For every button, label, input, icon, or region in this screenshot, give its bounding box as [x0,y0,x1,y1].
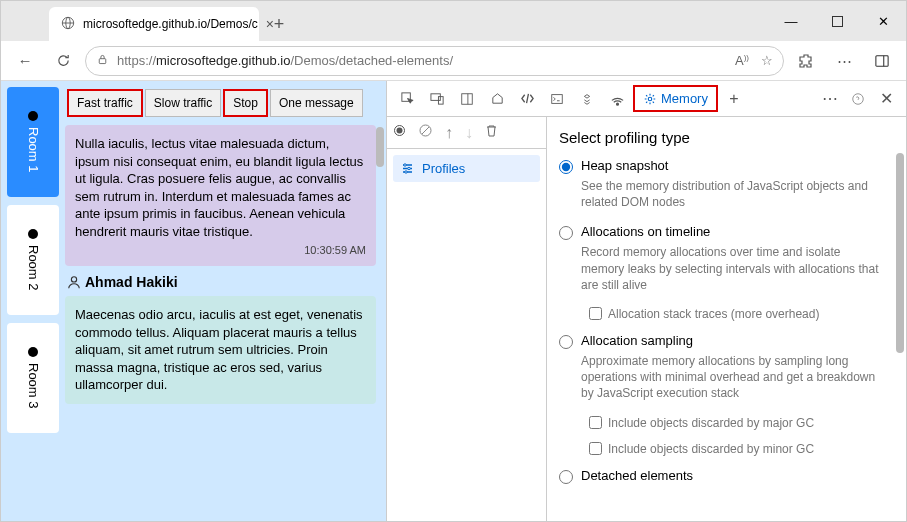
memory-tab[interactable]: Memory [633,85,718,112]
profiling-heading: Select profiling type [559,129,886,146]
svg-line-20 [422,127,429,134]
record-icon[interactable] [393,124,407,142]
new-tab-button[interactable]: + [265,10,293,38]
minor-gc-checkbox[interactable]: Include objects discarded by minor GC [589,442,886,456]
menu-icon[interactable]: ⋯ [828,45,860,77]
minimize-button[interactable]: — [768,1,814,41]
chat-panel: Fast traffic Slow traffic Stop One messa… [65,81,386,521]
detached-elements-radio[interactable] [559,470,573,484]
room-2[interactable]: Room 2 [7,205,59,315]
svg-point-15 [648,97,652,101]
profiles-sidebar: ↑ ↓ Profiles [387,117,547,521]
tab-title: microsoftedge.github.io/Demos/c [83,17,258,31]
message: Maecenas odio arcu, iaculis at est eget,… [65,296,376,404]
heap-snapshot-radio[interactable] [559,160,573,174]
maximize-button[interactable] [814,1,860,41]
slow-traffic-button[interactable]: Slow traffic [145,89,221,117]
message: Nulla iaculis, lectus vitae malesuada di… [65,125,376,266]
allocations-timeline-option[interactable]: Allocations on timeline [559,224,886,240]
svg-point-18 [397,127,403,133]
device-icon[interactable] [423,85,451,113]
back-button[interactable]: ← [9,45,41,77]
svg-point-21 [404,164,406,166]
elements-icon[interactable] [513,85,541,113]
stack-traces-checkbox[interactable]: Allocation stack traces (more overhead) [589,307,886,321]
room-1[interactable]: Room 1 [7,87,59,197]
allocation-sampling-option[interactable]: Allocation sampling [559,333,886,349]
scrollbar[interactable] [376,117,384,517]
trash-icon[interactable] [485,124,499,142]
browser-tab[interactable]: microsoftedge.github.io/Demos/c × [49,7,259,41]
svg-rect-3 [832,16,842,26]
address-bar[interactable]: https://microsoftedge.github.io/Demos/de… [85,46,784,76]
more-icon[interactable]: ⋯ [816,85,844,113]
navbar: ← https://microsoftedge.github.io/Demos/… [1,41,906,81]
profiling-options: Select profiling type Heap snapshot See … [547,117,906,521]
more-tabs-icon[interactable]: + [720,85,748,113]
devtools-scrollbar[interactable] [896,153,904,517]
fast-traffic-button[interactable]: Fast traffic [67,89,143,117]
traffic-buttons: Fast traffic Slow traffic Stop One messa… [65,87,380,119]
chat-messages[interactable]: Nulla iaculis, lectus vitae malesuada di… [65,119,380,521]
svg-rect-13 [552,94,563,103]
read-aloud-icon[interactable]: A)) [735,53,749,68]
clear-icon[interactable] [419,124,433,142]
globe-icon [61,16,75,33]
svg-point-7 [71,277,76,282]
extensions-icon[interactable] [790,45,822,77]
svg-rect-11 [462,93,473,104]
close-button[interactable]: ✕ [860,1,906,41]
sources-icon[interactable] [573,85,601,113]
favorite-icon[interactable]: ☆ [761,53,773,68]
console-icon[interactable] [543,85,571,113]
rooms-sidebar: Room 1 Room 2 Room 3 [1,81,65,521]
titlebar: microsoftedge.github.io/Demos/c × + — ✕ [1,1,906,41]
svg-point-23 [405,171,407,173]
help-icon[interactable] [844,85,872,113]
room-3[interactable]: Room 3 [7,323,59,433]
svg-rect-5 [876,55,888,66]
window-controls: — ✕ [768,1,906,41]
svg-rect-4 [99,58,106,63]
devtools-close-icon[interactable]: ✕ [872,85,900,113]
inspect-icon[interactable] [393,85,421,113]
settings-icon [401,162,414,175]
devtools-panel: Memory + ⋯ ✕ ↑ ↓ [386,81,906,521]
allocation-sampling-radio[interactable] [559,335,573,349]
up-icon[interactable]: ↑ [445,124,453,142]
url-text: https://microsoftedge.github.io/Demos/de… [117,53,453,68]
network-icon[interactable] [603,85,631,113]
panel-icon[interactable] [453,85,481,113]
major-gc-checkbox[interactable]: Include objects discarded by major GC [589,416,886,430]
refresh-button[interactable] [47,45,79,77]
lock-icon [96,53,109,69]
svg-point-14 [616,103,618,105]
gear-icon [643,92,657,106]
svg-point-22 [408,167,410,169]
allocations-timeline-radio[interactable] [559,226,573,240]
down-icon[interactable]: ↓ [465,124,473,142]
profiles-item[interactable]: Profiles [393,155,540,182]
one-message-button[interactable]: One message [270,89,363,117]
detached-elements-option[interactable]: Detached elements [559,468,886,484]
sidebar-toggle-icon[interactable] [866,45,898,77]
message-user: Ahmad Hakiki [67,274,374,290]
welcome-icon[interactable] [483,85,511,113]
stop-button[interactable]: Stop [223,89,268,117]
heap-snapshot-option[interactable]: Heap snapshot [559,158,886,174]
memory-toolbar: ↑ ↓ [387,117,546,149]
timestamp: 10:30:59 AM [75,244,366,256]
devtools-tabbar: Memory + ⋯ ✕ [387,81,906,117]
